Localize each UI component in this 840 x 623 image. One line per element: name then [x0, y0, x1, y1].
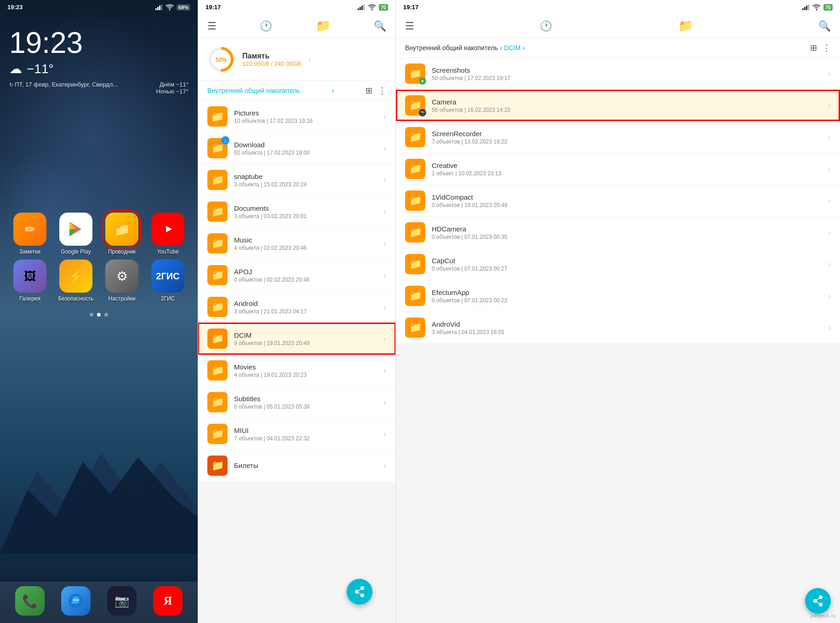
fm-root-fab[interactable] — [347, 579, 372, 605]
storage-ring-chart: 52% — [207, 46, 235, 73]
fm-dcim-breadcrumb[interactable]: Внутренний общий накопитель › DCIM › ⊞ ⋮ — [396, 38, 840, 58]
fm-search-icon[interactable]: 🔍 — [374, 20, 386, 32]
dock-phone[interactable]: 📞 — [9, 586, 51, 618]
signal-icon — [155, 5, 163, 10]
folder-pictures[interactable]: 📁 Pictures 10 объектов | 17.02.2023 19:1… — [198, 101, 395, 132]
wifi-icon — [166, 4, 174, 11]
fm-root-time: 19:17 — [206, 4, 221, 11]
folder-music[interactable]: 📁 Music 4 объекта | 02.02.2023 20:46 › — [198, 228, 395, 259]
folder-documents[interactable]: 📁 Documents 3 объекта | 03.02.2023 20:01… — [198, 196, 395, 227]
svg-rect-13 — [360, 7, 361, 10]
watermark: 24hitech.ru — [811, 613, 835, 618]
app-google-play[interactable]: Google Play — [55, 213, 97, 255]
fm-root-status-bar: 19:17 70 — [198, 0, 395, 14]
fm-dcim-folder-icon[interactable]: 📁 — [678, 19, 693, 33]
app-files[interactable]: 📁 Проводник — [101, 213, 143, 255]
home-status-time: 19:23 — [7, 4, 23, 11]
folder-bilety[interactable]: 📁 Билеты › — [198, 450, 395, 481]
app-gallery[interactable]: 🖼 Галерея — [9, 260, 51, 302]
app-security[interactable]: ⚡ Безопасность — [55, 260, 97, 302]
svg-rect-3 — [157, 7, 159, 10]
sync-icon: ↻ — [9, 82, 15, 87]
fm-dcim-file-list: 📁 ● Screenshots 50 объектов | 17.02.2023… — [396, 58, 840, 586]
svg-rect-27 — [808, 5, 809, 10]
fm-dcim-time: 19:17 — [403, 4, 418, 11]
svg-point-11 — [77, 600, 79, 601]
fm-battery: 70 — [379, 4, 388, 11]
fm-dcim-signal-icon — [802, 5, 810, 10]
fm-menu-icon[interactable]: ☰ — [207, 20, 217, 32]
app-2gis[interactable]: 2ГИС 2ГИС — [147, 260, 189, 302]
svg-rect-14 — [361, 6, 363, 10]
folder-creative[interactable]: 📁 Creative 1 объект | 10.02.2023 23:13 › — [396, 153, 840, 185]
breadcrumb-arrow: › — [331, 87, 334, 95]
folder-snaptube[interactable]: 📁 snaptube 3 объекта | 15.02.2023 20:24 … — [198, 164, 395, 196]
fm-recent-icon[interactable]: 🕐 — [260, 20, 272, 32]
home-weather: ☁ −11° — [9, 61, 189, 76]
app-notes[interactable]: ✏ Заметки — [9, 213, 51, 255]
svg-rect-12 — [358, 8, 359, 10]
folder-dcim[interactable]: 📁 DCIM 9 объектов | 19.01.2023 20:49 › — [198, 323, 395, 354]
folder-camera[interactable]: 📁 📷 Camera 56 объектов | 16.02.2023 14:2… — [396, 90, 840, 121]
download-badge: ↓ — [221, 136, 229, 144]
svg-rect-26 — [806, 6, 807, 10]
folder-icon: 📁 — [207, 106, 228, 127]
home-clock: 19:23 — [9, 28, 189, 58]
page-dots — [0, 313, 198, 317]
view-toggle-icon[interactable]: ⊞ — [366, 86, 372, 96]
google-play-icon — [68, 221, 84, 237]
folder-androvid[interactable]: 📁 AndroVid 3 объекта | 04.01.2023 16:55 … — [396, 312, 840, 343]
fm-dcim-fab[interactable] — [805, 588, 831, 614]
dcim-more-options-icon[interactable]: ⋮ — [823, 43, 831, 53]
camera-badge: 📷 — [419, 109, 426, 116]
dcim-view-toggle-icon[interactable]: ⊞ — [810, 43, 817, 53]
home-dock: 📞 📷 Я — [0, 582, 198, 623]
svg-line-32 — [815, 601, 821, 605]
svg-rect-4 — [159, 6, 160, 10]
screenshots-badge: ● — [419, 77, 426, 85]
dock-camera[interactable]: 📷 — [101, 586, 143, 618]
fm-storage-card[interactable]: 52% Память 123.95GB / 240.09GB › — [198, 38, 395, 81]
fm-root-toolbar: ☰ 🕐 📁 🔍 — [198, 14, 395, 38]
messages-icon — [68, 593, 84, 609]
dock-messages[interactable] — [55, 586, 97, 618]
fm-dcim-battery: 70 — [823, 4, 833, 11]
fm-dcim-status-bar: 19:17 70 — [396, 0, 840, 14]
folder-capcut[interactable]: 📁 CapCut 0 объектов | 07.01.2023 00:27 › — [396, 248, 840, 280]
svg-point-10 — [75, 600, 77, 601]
dot-2 — [97, 313, 101, 317]
fm-dcim-wifi-icon — [812, 4, 821, 11]
folder-download[interactable]: 📁 ↓ Download 92 объекта | 17.02.2023 19:… — [198, 133, 395, 164]
folder-subtitles[interactable]: 📁 Subtitles 0 объектов | 05.01.2023 05:3… — [198, 386, 395, 418]
folder-miui[interactable]: 📁 MIUI 7 объектов | 04.01.2023 22:32 › — [198, 418, 395, 450]
file-manager-root: 19:17 70 ☰ 🕐 📁 🔍 — [198, 0, 395, 623]
dot-1 — [90, 313, 93, 317]
fm-folder-icon[interactable]: 📁 — [316, 19, 331, 33]
app-youtube[interactable]: YouTube — [147, 213, 189, 255]
folder-movies[interactable]: 📁 Movies 4 объекта | 19.01.2023 20:23 › — [198, 355, 395, 386]
home-app-grid: ✏ Заметки Google Play 📁 Проводник — [0, 205, 198, 309]
folder-efectumapp[interactable]: 📁 EfectumApp 0 объектов | 07.01.2023 00:… — [396, 280, 840, 312]
folder-1vidcompact[interactable]: 📁 1VidCompact 0 объектов | 19.01.2023 20… — [396, 185, 840, 216]
svg-rect-5 — [161, 5, 162, 10]
fm-dcim-toolbar: ☰ 🕐 📁 🔍 — [396, 14, 840, 38]
more-options-icon[interactable]: ⋮ — [378, 86, 386, 96]
folder-hdcamera[interactable]: 📁 HDCamera 0 объектов | 07.01.2023 00:35… — [396, 217, 840, 248]
dcim-share-icon — [811, 594, 824, 607]
folder-screenrecorder[interactable]: 📁 ScreenRecorder 7 объектов | 13.02.2023… — [396, 121, 840, 153]
dock-yandex[interactable]: Я — [147, 586, 189, 618]
folder-screenshots[interactable]: 📁 ● Screenshots 50 объектов | 17.02.2023… — [396, 58, 840, 89]
fm-dcim-menu-icon[interactable]: ☰ — [405, 20, 414, 32]
folder-apoj[interactable]: 📁 APOJ 0 объектов | 02.02.2023 20:46 › — [198, 260, 395, 291]
app-settings[interactable]: ⚙ Настройки — [101, 260, 143, 302]
fm-signal-icon — [358, 5, 365, 10]
fm-root-breadcrumb[interactable]: Внутренний общий накопитель › ⊞ ⋮ — [198, 81, 395, 101]
fm-dcim-search-icon[interactable]: 🔍 — [818, 20, 831, 32]
fm-dcim-recent-icon[interactable]: 🕐 — [540, 20, 552, 32]
folder-android[interactable]: 📁 Android 3 объекта | 21.01.2023 04:17 › — [198, 291, 395, 323]
svg-point-9 — [74, 600, 75, 601]
svg-rect-15 — [363, 5, 365, 10]
dot-3 — [104, 313, 108, 317]
svg-rect-25 — [804, 7, 806, 10]
storage-arrow: › — [309, 55, 311, 64]
